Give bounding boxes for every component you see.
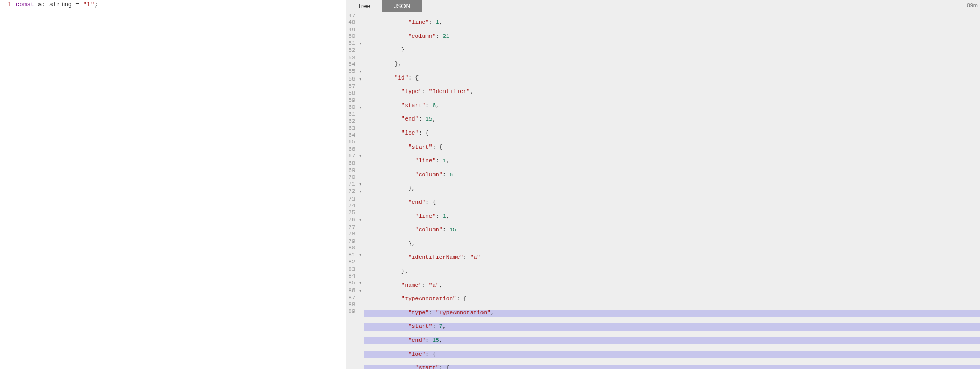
gutter-line: 84 (346, 273, 362, 280)
gutter-line: 73 (346, 196, 362, 203)
gutter-line: 53 (346, 55, 362, 61)
json-gutter: 47 48 49 50 51 ▾52 53 54 55 ▾56 ▾57 58 5… (346, 12, 364, 369)
gutter-line: 67 ▾ (346, 153, 362, 160)
json-line: "loc": { (364, 130, 980, 137)
gutter-line: 60 ▾ (346, 104, 362, 111)
gutter-line: 69 (346, 167, 362, 174)
gutter-line: 89 (346, 308, 362, 315)
gutter-line: 62 (346, 118, 362, 125)
gutter-line: 48 (346, 19, 362, 26)
token-type: string (49, 1, 72, 8)
token-semi: ; (94, 1, 98, 8)
source-editor-pane[interactable]: 1 const a: string = "1"; (0, 0, 346, 369)
gutter-line: 74 (346, 203, 362, 209)
json-line: "start": 7, (364, 323, 980, 330)
source-code[interactable]: const a: string = "1"; (15, 0, 346, 369)
tab-json[interactable]: JSON (382, 0, 422, 12)
json-line: "start": { (364, 144, 980, 151)
json-line: "id": { (364, 75, 980, 82)
json-line: "start": { (364, 365, 980, 369)
gutter-line: 87 (346, 295, 362, 301)
token-string: "1" (83, 1, 95, 8)
time-badge: 89m (967, 2, 978, 8)
json-line: }, (364, 241, 980, 247)
app-container: 1 const a: string = "1"; Tree JSON 89m 4… (0, 0, 980, 369)
gutter-line: 58 (346, 90, 362, 97)
gutter-line: 75 (346, 209, 362, 216)
gutter-line: 76 ▾ (346, 217, 362, 224)
json-line: "loc": { (364, 351, 980, 358)
json-line: "type": "TypeAnnotation", (364, 310, 980, 317)
gutter-line: 70 (346, 174, 362, 181)
tab-tree[interactable]: Tree (346, 0, 382, 12)
gutter-line: 65 (346, 139, 362, 146)
gutter-line: 81 ▾ (346, 252, 362, 259)
gutter-line: 51 ▾ (346, 40, 362, 47)
gutter-line: 72 ▾ (346, 188, 362, 195)
gutter-line: 77 (346, 224, 362, 231)
json-line: "start": 6, (364, 102, 980, 109)
json-line: "column": 21 (364, 33, 980, 40)
gutter-line: 63 (346, 125, 362, 132)
gutter-line: 56 ▾ (346, 76, 362, 83)
gutter-line: 61 (346, 111, 362, 118)
json-viewer[interactable]: 47 48 49 50 51 ▾52 53 54 55 ▾56 ▾57 58 5… (346, 12, 980, 369)
gutter-line: 83 (346, 266, 362, 273)
gutter-line: 54 (346, 61, 362, 68)
source-editor[interactable]: 1 const a: string = "1"; (0, 0, 346, 369)
json-line: "end": 15, (364, 116, 980, 123)
json-line: }, (364, 185, 980, 192)
json-line: "end": { (364, 199, 980, 206)
gutter-line: 50 (346, 33, 362, 40)
json-line: "line": 1, (364, 213, 980, 220)
json-line: } (364, 47, 980, 54)
json-line: "column": 15 (364, 227, 980, 233)
tab-bar: Tree JSON 89m (346, 0, 980, 12)
gutter-line: 66 (346, 146, 362, 153)
gutter-line: 55 ▾ (346, 68, 362, 75)
gutter-line: 52 (346, 47, 362, 54)
token-colon: : (42, 1, 45, 8)
gutter-line: 82 (346, 259, 362, 266)
gutter-line: 80 (346, 245, 362, 252)
json-line: "line": 1, (364, 157, 980, 164)
gutter-line: 49 (346, 27, 362, 33)
json-line: "type": "Identifier", (364, 88, 980, 95)
gutter-line: 68 (346, 160, 362, 167)
json-line: "end": 15, (364, 337, 980, 344)
json-line: }, (364, 268, 980, 275)
output-pane: Tree JSON 89m 47 48 49 50 51 ▾52 53 54 5… (346, 0, 980, 369)
gutter-line: 88 (346, 301, 362, 308)
gutter-line: 57 (346, 83, 362, 90)
gutter-line: 78 (346, 231, 362, 238)
gutter-line: 71 ▾ (346, 181, 362, 188)
json-line: "typeAnnotation": { (364, 296, 980, 302)
json-code[interactable]: "line": 1, "column": 21 } }, "id": { "ty… (364, 12, 980, 369)
json-line: "line": 1, (364, 19, 980, 26)
json-line: "name": "a", (364, 282, 980, 289)
gutter-line: 47 (346, 12, 362, 19)
json-line: }, (364, 61, 980, 68)
json-line: "identifierName": "a" (364, 254, 980, 261)
gutter-line: 85 ▾ (346, 280, 362, 287)
gutter-line: 64 (346, 132, 362, 139)
source-gutter: 1 (0, 0, 15, 369)
token-eq: = (75, 1, 79, 8)
source-lineno: 1 (0, 1, 11, 8)
json-line: "column": 6 (364, 172, 980, 178)
gutter-line: 79 (346, 238, 362, 245)
gutter-line: 59 (346, 97, 362, 104)
gutter-line: 86 ▾ (346, 287, 362, 295)
token-keyword: const (16, 1, 34, 8)
